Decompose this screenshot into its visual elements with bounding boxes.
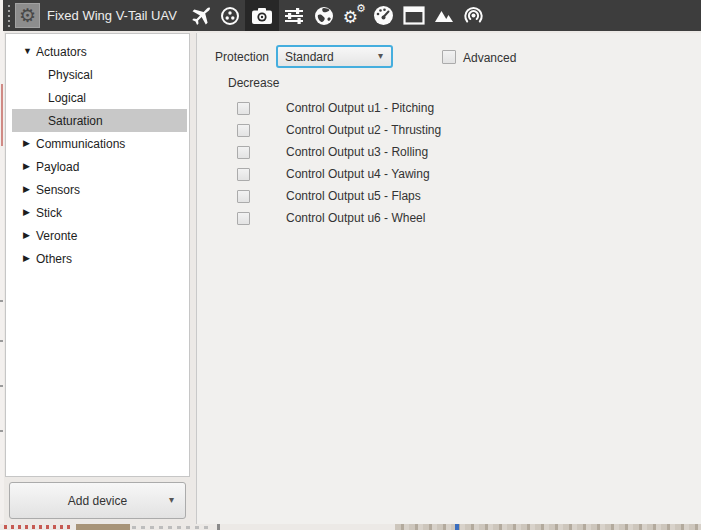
protection-dropdown-value: Standard [278, 50, 334, 64]
configuration-title: Fixed Wing V-Tail UAV [47, 8, 177, 23]
desktop-sliver-tick [0, 340, 3, 342]
toolbar-icon-group: ⚙⚙ [185, 0, 489, 31]
output-row-u1: Control Output u1 - Pitching [197, 97, 701, 119]
chevron-down-icon: ▾ [378, 50, 383, 61]
tree-item-actuators[interactable]: ▼ Actuators [12, 40, 187, 63]
output-u4-label: Control Output u4 - Yawing [286, 167, 430, 181]
desktop-sliver-tick [0, 430, 3, 432]
mountains-icon[interactable] [429, 0, 459, 31]
expand-right-icon[interactable]: ▶ [23, 137, 36, 150]
expand-right-icon[interactable]: ▶ [23, 229, 36, 242]
sliders-icon[interactable] [279, 0, 309, 31]
desktop-edge-sliver-bottom [0, 524, 701, 530]
desktop-edge-sliver-left [0, 0, 4, 530]
desktop-sliver-divider-mark [217, 524, 220, 530]
add-device-button[interactable]: Add device ▾ [9, 482, 186, 519]
desktop-sliver-blue-speck [455, 524, 459, 530]
control-outputs-list: Control Output u1 - Pitching Control Out… [197, 97, 701, 229]
output-u5-label: Control Output u5 - Flaps [286, 189, 421, 203]
toolbar-drag-handle[interactable] [5, 3, 13, 29]
output-row-u3: Control Output u3 - Rolling [197, 141, 701, 163]
add-device-label: Add device [68, 494, 127, 508]
tree-item-communications[interactable]: ▶ Communications [12, 132, 187, 155]
advanced-label: Advanced [463, 51, 516, 65]
output-row-u6: Control Output u6 - Wheel [197, 207, 701, 229]
output-u1-label: Control Output u1 - Pitching [286, 101, 434, 115]
protection-dropdown[interactable]: Standard ▾ [276, 45, 393, 68]
protection-label: Protection [215, 50, 269, 64]
expand-right-icon[interactable]: ▶ [23, 252, 36, 265]
output-u2-label: Control Output u2 - Thrusting [286, 123, 441, 137]
tree-item-sensors[interactable]: ▶ Sensors [12, 178, 187, 201]
expand-down-icon[interactable]: ▼ [23, 45, 36, 58]
output-u3-checkbox[interactable] [237, 146, 250, 159]
window-frame-icon[interactable] [399, 0, 429, 31]
app-window: ⚙ Fixed Wing V-Tail UAV [0, 0, 701, 530]
config-tree-panel: ▼ Actuators Physical Logical Saturation … [5, 33, 190, 477]
app-logo-gear-icon[interactable]: ⚙ [15, 3, 40, 28]
output-row-u2: Control Output u2 - Thrusting [197, 119, 701, 141]
broadcast-icon[interactable] [459, 0, 489, 31]
tree-item-payload[interactable]: ▶ Payload [12, 155, 187, 178]
output-u1-checkbox[interactable] [237, 102, 250, 115]
saturation-settings-panel: Protection Standard ▾ Advanced Decrease … [196, 33, 701, 524]
globe-icon[interactable] [309, 0, 339, 31]
desktop-sliver-gray-ticks [132, 526, 212, 529]
tree-item-others[interactable]: ▶ Others [12, 247, 187, 270]
tree-item-label: Sensors [36, 183, 80, 197]
desktop-sliver-tick [0, 300, 3, 302]
expand-right-icon[interactable]: ▶ [23, 183, 36, 196]
tree-item-logical[interactable]: Logical [12, 86, 187, 109]
output-u5-checkbox[interactable] [237, 190, 250, 203]
expand-right-icon[interactable]: ▶ [23, 160, 36, 173]
tree-item-veronte[interactable]: ▶ Veronte [12, 224, 187, 247]
output-row-u5: Control Output u5 - Flaps [197, 185, 701, 207]
output-u4-checkbox[interactable] [237, 168, 250, 181]
chevron-down-icon: ▾ [169, 494, 174, 505]
gauge-icon[interactable] [369, 0, 399, 31]
joystick-icon[interactable] [215, 0, 245, 31]
tree-item-label: Logical [48, 91, 86, 105]
airplane-icon[interactable] [185, 0, 215, 31]
tree-item-stick[interactable]: ▶ Stick [12, 201, 187, 224]
output-u2-checkbox[interactable] [237, 124, 250, 137]
desktop-sliver-red-segment [1, 84, 3, 146]
decrease-section-label: Decrease [228, 76, 279, 90]
expand-right-icon[interactable]: ▶ [23, 206, 36, 219]
tree-item-label: Others [36, 252, 72, 266]
desktop-sliver-tan-block [76, 524, 130, 530]
desktop-sliver-texture [395, 524, 701, 530]
desktop-sliver-red-ticks [4, 525, 74, 529]
output-u6-label: Control Output u6 - Wheel [286, 211, 425, 225]
gears-icon[interactable]: ⚙⚙ [339, 0, 369, 31]
output-u6-checkbox[interactable] [237, 212, 250, 225]
tree-item-saturation[interactable]: Saturation [12, 109, 187, 132]
advanced-checkbox[interactable] [442, 50, 456, 64]
tree-item-physical[interactable]: Physical [12, 63, 187, 86]
tree-item-label: Stick [36, 206, 62, 220]
output-row-u4: Control Output u4 - Yawing [197, 163, 701, 185]
tree-item-label: Payload [36, 160, 79, 174]
top-toolbar: ⚙ Fixed Wing V-Tail UAV [3, 0, 701, 31]
tree-item-label: Communications [36, 137, 125, 151]
tree-item-label: Actuators [36, 45, 87, 59]
tree-item-label: Saturation [48, 114, 103, 128]
camera-icon[interactable] [245, 0, 279, 31]
tree-item-label: Physical [48, 68, 93, 82]
output-u3-label: Control Output u3 - Rolling [286, 145, 428, 159]
desktop-sliver-tick [0, 385, 3, 387]
tree-item-label: Veronte [36, 229, 77, 243]
